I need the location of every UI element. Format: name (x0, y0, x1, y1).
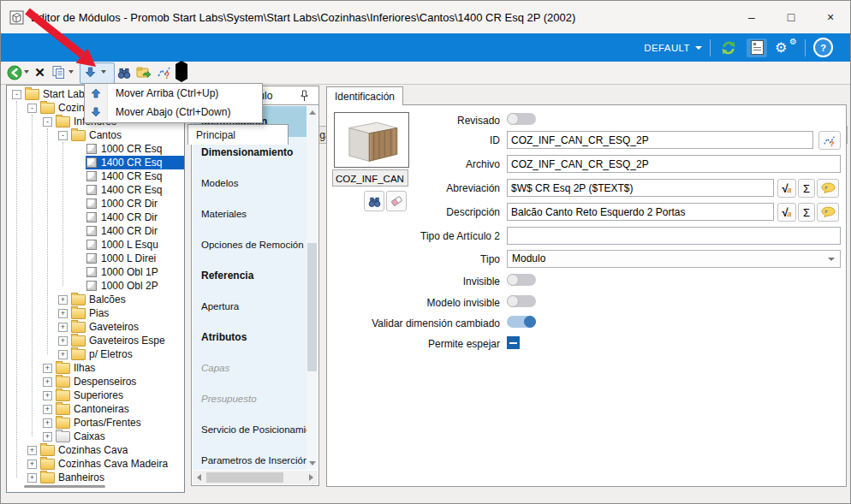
pin-icon[interactable] (299, 90, 310, 102)
tree-expander[interactable]: + (43, 418, 52, 428)
id-dependencies-button[interactable]: ? (818, 131, 841, 150)
settings-button[interactable]: ⚙ ⚙ (775, 39, 797, 57)
tree-expander[interactable]: + (58, 309, 68, 318)
tree-item[interactable]: +Caixas (7, 430, 184, 443)
tree-item[interactable]: 1000 L Direi (7, 252, 184, 265)
tree-expander[interactable]: + (43, 405, 52, 414)
section-apertura[interactable]: Apertura (193, 291, 306, 322)
back-button[interactable] (5, 63, 23, 81)
tree-item[interactable]: +Balcões (7, 293, 184, 306)
abreviacion-formula-button[interactable]: √a (777, 179, 796, 198)
sections-horizontal-scrollbar[interactable] (193, 471, 318, 484)
tree-expander[interactable]: - (58, 131, 68, 140)
section-parametros-insercion[interactable]: Parametros de Inserción (193, 445, 306, 470)
tree-item[interactable]: +Gaveteiros Espe (7, 334, 184, 347)
tab-identificacion-detail[interactable]: Identificación (326, 86, 403, 105)
section-modelos[interactable]: Modelos (193, 168, 306, 199)
tree-item[interactable]: +Cantoneiras (7, 402, 184, 416)
tree-item[interactable]: 1400 CR Dir (7, 224, 184, 238)
tree-expander[interactable]: + (43, 432, 52, 442)
section-atributos[interactable]: Atributos (193, 322, 306, 353)
tree-expander[interactable]: + (43, 377, 52, 387)
back-dropdown-caret[interactable] (24, 70, 29, 74)
tree-item[interactable]: +Cozinhas Cava Madeira (7, 457, 184, 471)
copy-button[interactable] (50, 63, 68, 81)
descripcion-input[interactable] (507, 203, 774, 221)
refresh-button[interactable] (718, 39, 739, 57)
section-referencia[interactable]: Referencia (193, 260, 306, 291)
abreviacion-translate-button[interactable] (817, 179, 839, 198)
export-structure-button[interactable] (134, 63, 152, 81)
tree-item[interactable]: -Cantos (7, 128, 184, 142)
minimize-button[interactable]: – (732, 1, 771, 33)
tree-item[interactable]: 1400 CR Esq (7, 183, 184, 197)
search-button[interactable] (115, 63, 133, 81)
profile-dropdown[interactable]: DEFAULT (644, 43, 702, 53)
tree-expander[interactable]: - (12, 90, 21, 99)
tree-expander[interactable]: + (27, 460, 37, 469)
validar-dimension-toggle[interactable] (507, 316, 536, 328)
tree-item[interactable]: 1000 L Esqu (7, 238, 184, 252)
tree-item[interactable]: 1400 CR Dir (7, 210, 184, 224)
maximize-button[interactable]: □ (771, 1, 811, 33)
tree-item-selected[interactable]: 1400 CR Esq (7, 156, 184, 169)
tree-item[interactable]: +Ilhas (7, 361, 184, 375)
sections-vertical-scrollbar[interactable] (306, 106, 318, 470)
tree-item[interactable]: +Despenseiros (7, 375, 184, 388)
tree-item[interactable]: 1000 CR Dir (7, 197, 184, 210)
scrollbar-thumb[interactable] (307, 243, 317, 371)
move-item-button[interactable] (81, 63, 99, 81)
section-materiales[interactable]: Materiales (193, 199, 306, 229)
tree-horizontal-scrollbar[interactable] (24, 485, 105, 488)
help-button[interactable]: ? (813, 38, 833, 57)
tab-principal[interactable]: Principal (187, 124, 289, 145)
svg-text:?: ? (830, 139, 834, 146)
tree-expander[interactable]: + (27, 446, 37, 455)
section-servicio-posicionamiento[interactable]: Servicio de Posicionamie (193, 414, 306, 445)
tree-item[interactable]: +p/ Eletros (7, 347, 184, 361)
tree-expander[interactable]: + (27, 473, 37, 483)
tree-expander[interactable]: + (58, 336, 68, 346)
id-input[interactable] (507, 131, 813, 149)
section-opciones-remocion[interactable]: Opciones de Remoción (193, 229, 306, 260)
tree-expander[interactable]: - (43, 117, 52, 127)
tree-item[interactable]: 1000 Obl 2P (7, 279, 184, 293)
archivo-input[interactable] (507, 155, 841, 173)
tree-expander[interactable]: + (58, 295, 68, 305)
delete-button[interactable]: ✕ (31, 63, 49, 81)
tree-expander[interactable]: + (43, 391, 52, 400)
tree-item[interactable]: +Banheiros (7, 471, 184, 484)
tree-item[interactable]: 1000 Obl 1P (7, 265, 184, 279)
tree-expander[interactable]: + (58, 350, 68, 359)
tree-expander[interactable]: + (58, 323, 68, 332)
tree-expander[interactable]: - (27, 104, 37, 113)
tree-item[interactable]: +Superiores (7, 388, 184, 402)
menu-item-mover-abajo[interactable]: Mover Abajo (Ctrl+Down) (85, 103, 262, 122)
menu-item-mover-arriba[interactable]: Mover Arriba (Ctrl+Up) (85, 84, 262, 103)
descripcion-translate-button[interactable] (817, 203, 839, 222)
tree-item[interactable]: +Portas/Frentes (7, 416, 184, 430)
dependencies-button[interactable]: ? (155, 63, 173, 81)
tree-item[interactable]: +Pias (7, 306, 184, 320)
tab-scroll-buttons[interactable] (176, 64, 186, 80)
tipo-articulo-2-input[interactable] (507, 227, 841, 245)
descripcion-formula-button[interactable]: √a (777, 203, 796, 222)
tree-item[interactable]: 1000 CR Esq (7, 142, 184, 156)
copy-dropdown-caret[interactable] (68, 70, 74, 74)
tree-item[interactable]: 1400 CR Esq (7, 169, 184, 183)
permite-espejar-checkbox[interactable] (507, 336, 520, 349)
descripcion-sum-button[interactable]: Σ (798, 203, 815, 222)
modelo-invisible-toggle[interactable] (507, 295, 536, 307)
close-button[interactable]: × (811, 1, 850, 33)
invisible-toggle[interactable] (507, 274, 536, 286)
tree-item[interactable]: +Gaveteiros (7, 320, 184, 334)
abreviacion-sum-button[interactable]: Σ (798, 179, 815, 198)
scrollbar-thumb[interactable] (206, 472, 283, 483)
move-item-dropdown-caret[interactable] (101, 70, 106, 74)
tree-item[interactable]: +Cozinhas Cava (7, 443, 184, 457)
revisado-toggle[interactable] (507, 113, 536, 125)
abreviacion-input[interactable] (507, 179, 774, 197)
tipo-select[interactable]: Modulo (507, 250, 841, 268)
tree-expander[interactable]: + (43, 364, 52, 373)
properties-view-button[interactable] (747, 39, 767, 57)
